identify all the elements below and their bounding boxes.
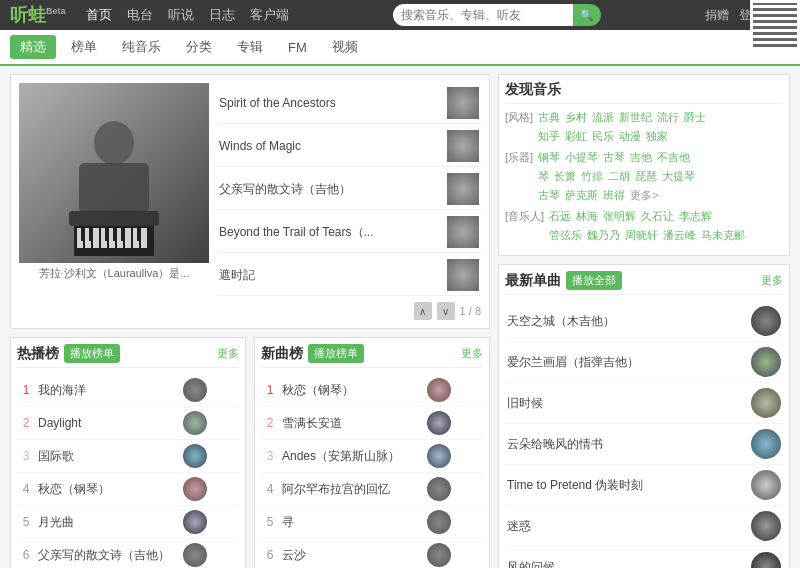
tag-caihong[interactable]: 彩虹 bbox=[565, 129, 587, 144]
subnav-charts[interactable]: 榜单 bbox=[61, 35, 107, 59]
next-button[interactable]: ∨ bbox=[437, 302, 455, 320]
list-item[interactable]: 1 秋恋（钢琴） bbox=[261, 374, 483, 407]
svg-rect-8 bbox=[93, 228, 99, 248]
subnav-video[interactable]: 视频 bbox=[322, 35, 368, 59]
subnav-fm[interactable]: FM bbox=[278, 37, 317, 58]
tag-bande[interactable]: 班得 bbox=[603, 188, 625, 203]
person-weina[interactable]: 魏乃乃 bbox=[587, 228, 620, 243]
prev-button[interactable]: ∧ bbox=[414, 302, 432, 320]
new-play-all-btn[interactable]: 播放榜单 bbox=[308, 344, 364, 363]
person-zhang[interactable]: 张明辉 bbox=[603, 209, 636, 224]
person-lizhihui[interactable]: 李志辉 bbox=[679, 209, 712, 224]
search-input[interactable] bbox=[393, 4, 573, 26]
person-zhou[interactable]: 周晓轩 bbox=[625, 228, 658, 243]
item-icon bbox=[427, 477, 451, 501]
tag-pipa[interactable]: 琵琶 bbox=[635, 169, 657, 184]
tag-guqin2[interactable]: 古琴 bbox=[603, 150, 625, 165]
tag-gangqin[interactable]: 钢琴 bbox=[538, 150, 560, 165]
track-thumb-5 bbox=[447, 259, 479, 291]
latest-item[interactable]: Time to Pretend 伪装时刻 bbox=[505, 465, 783, 506]
track-item-3[interactable]: 父亲写的散文诗（吉他） bbox=[217, 169, 481, 210]
latest-item[interactable]: 爱尔兰画眉（指弹吉他） bbox=[505, 342, 783, 383]
latest-item[interactable]: 迷惑 bbox=[505, 506, 783, 547]
svg-rect-14 bbox=[141, 228, 147, 248]
latest-item[interactable]: 风的问候 bbox=[505, 547, 783, 568]
discover-title: 发现音乐 bbox=[505, 81, 783, 104]
person-guanxian[interactable]: 管弦乐 bbox=[549, 228, 582, 243]
tag-erhu[interactable]: 二胡 bbox=[608, 169, 630, 184]
tag-minle[interactable]: 民乐 bbox=[592, 129, 614, 144]
hot-play-all-btn[interactable]: 播放榜单 bbox=[64, 344, 120, 363]
latest-item[interactable]: 天空之城（木吉他） bbox=[505, 301, 783, 342]
subnav-instrumental[interactable]: 纯音乐 bbox=[112, 35, 171, 59]
subnav-category[interactable]: 分类 bbox=[176, 35, 222, 59]
latest-more-btn[interactable]: 更多 bbox=[761, 273, 783, 288]
item-icon bbox=[183, 543, 207, 567]
tag-zhupai[interactable]: 竹排 bbox=[581, 169, 603, 184]
donate-link[interactable]: 捐赠 bbox=[705, 7, 729, 24]
tag-jita[interactable]: 吉他 bbox=[630, 150, 652, 165]
tag-datiqin[interactable]: 大提琴 bbox=[662, 169, 695, 184]
lists-row: 热播榜 播放榜单 更多 1 我的海洋 2 Daylight bbox=[10, 337, 490, 568]
person-shiyuan[interactable]: 石远 bbox=[549, 209, 571, 224]
track-item-2[interactable]: Winds of Magic bbox=[217, 126, 481, 167]
track-thumb-4 bbox=[447, 216, 479, 248]
search-button[interactable] bbox=[573, 4, 601, 26]
new-list-title: 新曲榜 bbox=[261, 345, 303, 363]
tag-guqin3[interactable]: 古琴 bbox=[538, 188, 560, 203]
tag-jueshi[interactable]: 爵士 bbox=[684, 110, 706, 125]
new-list-items: 1 秋恋（钢琴） 2 雪满长安道 3 Andes（安第斯山脉） bbox=[261, 374, 483, 568]
latest-item[interactable]: 云朵给晚风的情书 bbox=[505, 424, 783, 465]
tag-xiangcun[interactable]: 乡村 bbox=[565, 110, 587, 125]
tag-zhihu[interactable]: 知乎 bbox=[538, 129, 560, 144]
item-icon bbox=[183, 378, 207, 402]
nav-diary[interactable]: 日志 bbox=[209, 6, 235, 24]
nav-story[interactable]: 听说 bbox=[168, 6, 194, 24]
person-pan[interactable]: 潘云峰 bbox=[663, 228, 696, 243]
tag-xiaotiqin[interactable]: 小提琴 bbox=[565, 150, 598, 165]
track-item-4[interactable]: Beyond the Trail of Tears（... bbox=[217, 212, 481, 253]
nav-client[interactable]: 客户端 bbox=[250, 6, 289, 24]
search-bar bbox=[393, 4, 601, 26]
svg-rect-3 bbox=[79, 163, 149, 213]
list-item[interactable]: 5 寻 bbox=[261, 506, 483, 539]
tag-sakesi[interactable]: 萨克斯 bbox=[565, 188, 598, 203]
person-jiushirang[interactable]: 久石让 bbox=[641, 209, 674, 224]
latest-play-all-btn[interactable]: 播放全部 bbox=[566, 271, 622, 290]
instrument-more[interactable]: 更多> bbox=[630, 188, 658, 203]
tag-dongman[interactable]: 动漫 bbox=[619, 129, 641, 144]
list-item[interactable]: 1 我的海洋 bbox=[17, 374, 239, 407]
tag-bujita[interactable]: 不吉他 bbox=[657, 150, 690, 165]
new-more-btn[interactable]: 更多 bbox=[461, 346, 483, 361]
list-item[interactable]: 4 秋恋（钢琴） bbox=[17, 473, 239, 506]
item-icon bbox=[183, 510, 207, 534]
list-item[interactable]: 4 阿尔罕布拉宫的回忆 bbox=[261, 473, 483, 506]
list-item[interactable]: 5 月光曲 bbox=[17, 506, 239, 539]
list-item[interactable]: 3 Andes（安第斯山脉） bbox=[261, 440, 483, 473]
subnav-active[interactable]: 精选 bbox=[10, 35, 56, 59]
tag-dujia[interactable]: 独家 bbox=[646, 129, 668, 144]
svg-rect-15 bbox=[81, 228, 85, 241]
list-item[interactable]: 2 Daylight bbox=[17, 407, 239, 440]
latest-item[interactable]: 旧时候 bbox=[505, 383, 783, 424]
subnav-album[interactable]: 专辑 bbox=[227, 35, 273, 59]
nav-radio[interactable]: 电台 bbox=[127, 6, 153, 24]
tag-liuxing[interactable]: 流行 bbox=[657, 110, 679, 125]
list-item[interactable]: 2 雪满长安道 bbox=[261, 407, 483, 440]
person-linhai[interactable]: 林海 bbox=[576, 209, 598, 224]
tag-guodian[interactable]: 古典 bbox=[538, 110, 560, 125]
list-item[interactable]: 3 国际歌 bbox=[17, 440, 239, 473]
item-icon bbox=[183, 444, 207, 468]
person-ma[interactable]: 马未克郦 bbox=[701, 228, 745, 243]
featured-image bbox=[19, 83, 209, 263]
tag-liupai[interactable]: 流派 bbox=[592, 110, 614, 125]
list-item[interactable]: 6 云沙 bbox=[261, 539, 483, 568]
tag-changxiao[interactable]: 长箫 bbox=[554, 169, 576, 184]
nav-home[interactable]: 首页 bbox=[86, 6, 112, 24]
track-item-5[interactable]: 遮时記 bbox=[217, 255, 481, 296]
tag-xinshiji[interactable]: 新世纪 bbox=[619, 110, 652, 125]
tag-qin[interactable]: 琴 bbox=[538, 169, 549, 184]
hot-more-btn[interactable]: 更多 bbox=[217, 346, 239, 361]
track-item-1[interactable]: Spirit of the Ancestors bbox=[217, 83, 481, 124]
list-item[interactable]: 6 父亲写的散文诗（吉他） bbox=[17, 539, 239, 568]
